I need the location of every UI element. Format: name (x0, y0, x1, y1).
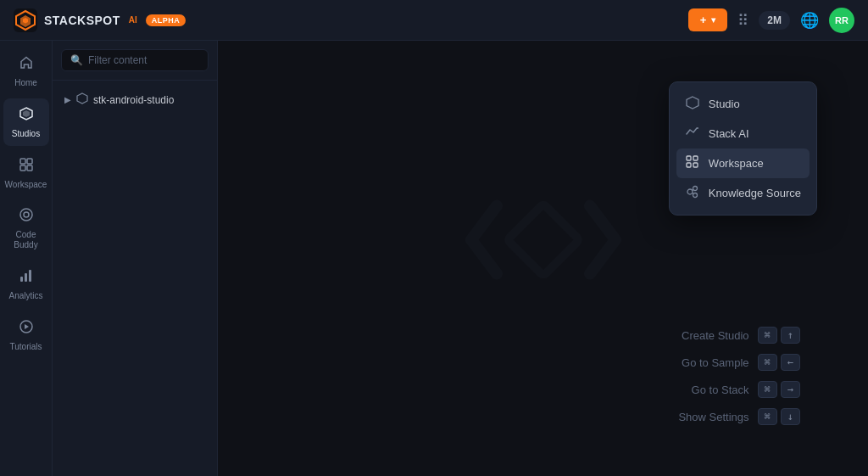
sidebar-item-tutorials[interactable]: Tutorials (3, 311, 49, 359)
main-body: Home Studios Workspace Code Buddy Analyt… (0, 41, 868, 476)
avatar[interactable]: RR (829, 8, 854, 33)
grid-icon-button[interactable]: ⠿ (737, 11, 748, 30)
svg-rect-20 (687, 156, 691, 160)
studio-icon (685, 96, 700, 112)
shortcut-create-studio-label: Create Studio (682, 329, 749, 342)
code-buddy-icon (19, 207, 34, 227)
svg-marker-5 (23, 110, 30, 117)
svg-rect-22 (687, 163, 691, 167)
shortcut-go-to-sample-keys: ⌘ ← (758, 354, 800, 371)
svg-point-11 (24, 212, 29, 217)
shortcut-show-settings-label: Show Settings (678, 411, 748, 423)
home-icon (19, 55, 34, 75)
svg-rect-8 (20, 165, 25, 171)
sidebar: Home Studios Workspace Code Buddy Analyt… (0, 41, 53, 476)
workspace-dropdown-icon (685, 155, 700, 171)
dropdown-item-workspace[interactable]: Workspace (676, 148, 810, 178)
panel-search: 🔍 (53, 41, 217, 81)
shortcut-up-key: ↑ (781, 327, 800, 344)
tree-item-label: stk-android-studio (93, 94, 174, 106)
shortcut-go-to-sample-label: Go to Sample (682, 356, 749, 369)
svg-line-28 (692, 193, 693, 194)
dropdown-item-knowledge-source[interactable]: Knowledge Source (676, 178, 810, 208)
stack-ai-icon (685, 126, 700, 142)
knowledge-source-icon (685, 185, 700, 201)
sidebar-item-code-buddy-label: Code Buddy (8, 230, 44, 250)
sidebar-item-code-buddy[interactable]: Code Buddy (3, 200, 49, 257)
svg-rect-9 (27, 165, 32, 171)
shortcut-show-settings: Show Settings ⌘ ↓ (678, 408, 800, 425)
svg-rect-17 (507, 204, 579, 276)
dropdown-menu: Studio Stack AI Workspace Knowledge Sour… (669, 81, 817, 216)
shortcut-cmd-key-2: ⌘ (758, 354, 777, 371)
sidebar-item-analytics-label: Analytics (8, 291, 42, 301)
svg-rect-7 (27, 159, 32, 164)
shortcut-go-to-stack-label: Go to Stack (692, 384, 749, 396)
logo-icon (14, 8, 37, 32)
shortcut-go-to-stack: Go to Stack ⌘ → (678, 381, 800, 398)
svg-point-24 (687, 189, 693, 194)
search-icon: 🔍 (70, 54, 83, 66)
shortcut-down-key: ↓ (781, 408, 800, 425)
svg-rect-13 (25, 273, 27, 282)
chevron-down-icon: ▾ (711, 15, 715, 25)
shortcut-cmd-key-4: ⌘ (758, 408, 777, 425)
dropdown-item-stack-ai-label: Stack AI (709, 127, 749, 140)
shortcut-cmd-key-3: ⌘ (758, 381, 777, 398)
grid-icon: ⠿ (737, 11, 748, 30)
sidebar-item-tutorials-label: Tutorials (10, 342, 42, 352)
sidebar-item-studios-label: Studios (12, 129, 40, 139)
header-left: STACKSPOT AI ALPHA (14, 8, 186, 32)
logo-text: STACKSPOT (44, 14, 120, 27)
workspace-icon (19, 157, 34, 176)
search-input-wrap: 🔍 (61, 49, 209, 71)
dropdown-item-studio-label: Studio (709, 98, 740, 110)
svg-marker-18 (687, 97, 698, 109)
background-watermark (459, 154, 628, 328)
sidebar-item-analytics[interactable]: Analytics (3, 260, 49, 308)
sidebar-item-home-label: Home (14, 78, 37, 88)
add-button[interactable]: + ▾ (688, 8, 728, 31)
dropdown-item-knowledge-source-label: Knowledge Source (709, 187, 801, 199)
dropdown-item-stack-ai[interactable]: Stack AI (676, 119, 810, 148)
shortcut-create-studio: Create Studio ⌘ ↑ (678, 327, 800, 344)
sidebar-item-studios[interactable]: Studios (3, 98, 49, 146)
shortcut-cmd-key: ⌘ (758, 327, 777, 344)
svg-point-26 (693, 193, 697, 198)
svg-rect-14 (29, 270, 31, 282)
header-right: + ▾ ⠿ 2M 🌐 RR (688, 8, 854, 33)
chevron-right-icon: ▶ (64, 95, 71, 104)
shortcuts-panel: Create Studio ⌘ ↑ Go to Sample ⌘ ← Go to… (678, 327, 800, 425)
dropdown-item-workspace-label: Workspace (709, 157, 764, 170)
shortcut-left-key: ← (781, 354, 800, 371)
shortcut-go-to-stack-keys: ⌘ → (758, 381, 800, 398)
globe-icon-button[interactable]: 🌐 (800, 11, 819, 30)
dropdown-item-studio[interactable]: Studio (676, 89, 810, 119)
shortcut-go-to-sample: Go to Sample ⌘ ← (678, 354, 800, 371)
logo: STACKSPOT AI (14, 8, 137, 32)
svg-point-25 (693, 187, 697, 191)
studio-tree-icon (76, 92, 88, 107)
studios-icon (19, 106, 34, 126)
svg-line-27 (692, 190, 693, 191)
tree-item-stk-android-studio[interactable]: ▶ stk-android-studio (58, 87, 212, 112)
alpha-badge: ALPHA (146, 14, 186, 26)
sidebar-item-home[interactable]: Home (3, 48, 49, 95)
shortcut-right-key: → (781, 381, 800, 398)
main-content: Create Studio ⌘ ↑ Go to Sample ⌘ ← Go to… (218, 41, 868, 476)
panel-tree: ▶ stk-android-studio (53, 81, 217, 119)
svg-rect-6 (20, 159, 25, 164)
search-input[interactable] (88, 54, 199, 66)
usage-badge: 2M (759, 11, 790, 30)
analytics-icon (19, 268, 34, 288)
sidebar-item-workspace[interactable]: Workspace (3, 149, 49, 197)
header: STACKSPOT AI ALPHA + ▾ ⠿ 2M 🌐 RR (0, 0, 868, 41)
shortcut-show-settings-keys: ⌘ ↓ (758, 408, 800, 425)
svg-rect-21 (693, 156, 698, 160)
tutorials-icon (19, 319, 34, 339)
sidebar-item-workspace-label: Workspace (5, 180, 47, 190)
logo-ai: AI (129, 15, 137, 25)
panel: 🔍 ▶ stk-android-studio (53, 41, 218, 476)
svg-rect-23 (693, 163, 698, 167)
svg-marker-16 (77, 93, 87, 104)
